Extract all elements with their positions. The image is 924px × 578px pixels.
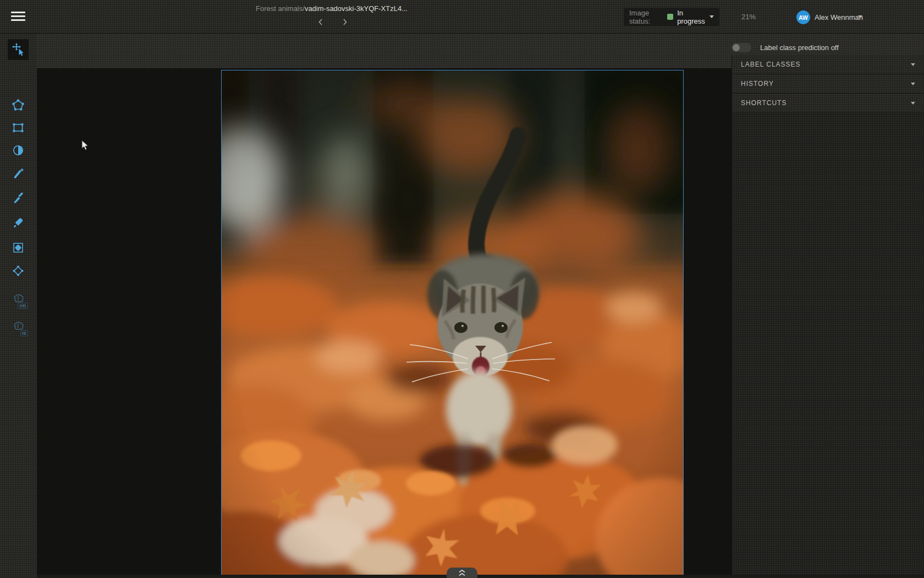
chevron-down-icon (911, 63, 915, 66)
bottom-drawer-expand-button[interactable] (447, 568, 477, 578)
image-status-dropdown[interactable]: Image status: In progress (624, 8, 719, 26)
avatar[interactable]: AW (796, 10, 810, 24)
next-image-button[interactable] (341, 18, 349, 26)
cat-photo-rendering (222, 70, 683, 575)
menu-button[interactable] (11, 12, 25, 21)
bottom-strip (37, 575, 924, 578)
knife-tool[interactable] (8, 188, 29, 209)
tool-badge: OD (18, 303, 28, 309)
pen-sparkle-icon (12, 167, 25, 180)
rectangle-icon (12, 121, 25, 134)
photo-autumn-cat[interactable] (221, 70, 684, 575)
eraser-tool[interactable] (8, 211, 29, 232)
hamburger-icon (11, 12, 25, 13)
label-class-prediction-row: Label class prediction off (732, 42, 839, 53)
tool-badge: IS (20, 330, 28, 336)
status-color-icon (667, 14, 673, 20)
breadcrumb: Forest animals/vadim-sadovski-3kYQF-XTzL… (256, 4, 408, 13)
prev-image-button[interactable] (317, 18, 324, 26)
chevron-right-icon (341, 18, 349, 26)
mouse-cursor-icon (81, 140, 89, 153)
chevron-down-icon[interactable] (858, 15, 862, 18)
breadcrumb-project: Forest animals (256, 4, 302, 13)
brush-tool[interactable] (8, 163, 29, 184)
polygon-icon (12, 99, 25, 112)
contour-tool[interactable] (8, 260, 29, 281)
chevron-down-icon (710, 15, 714, 18)
label-class-prediction-toggle[interactable] (732, 43, 751, 52)
labeling-app: Forest animals/vadim-sadovski-3kYQF-XTzL… (0, 0, 924, 578)
image-status-value: In progress (677, 9, 706, 25)
box-blob-icon (12, 241, 25, 254)
object-detection-model-tool[interactable]: OD (8, 289, 29, 310)
image-canvas[interactable] (37, 68, 732, 575)
chevron-up-icon (459, 570, 465, 572)
polygon-tool[interactable] (8, 95, 29, 116)
right-panel: LABEL CLASSES HISTORY SHORTCUTS (732, 55, 924, 575)
contrast-circle-icon (12, 144, 25, 157)
chevron-left-icon (317, 18, 324, 26)
section-label-classes[interactable]: LABEL CLASSES (732, 55, 924, 74)
move-cursor-icon (12, 43, 25, 56)
tool-rail: OD IS (0, 33, 37, 578)
auto-segment-tool[interactable] (8, 237, 29, 258)
chevron-down-icon (911, 83, 915, 85)
diamond-points-icon (12, 264, 25, 277)
instance-segmentation-model-tool[interactable]: IS (8, 317, 29, 337)
breadcrumb-image-name: vadim-sadovski-3kYQF-XTzL4... (305, 4, 408, 13)
section-history[interactable]: HISTORY (732, 74, 924, 94)
bounding-box-tool[interactable] (8, 117, 29, 138)
contrast-tool[interactable] (8, 140, 29, 161)
section-shortcuts[interactable]: SHORTCUTS (732, 94, 924, 113)
chevron-up-icon (459, 573, 465, 576)
toggle-knob (733, 44, 740, 51)
image-status-label: Image status: (629, 9, 663, 25)
user-name: Alex Wennman (815, 13, 863, 21)
chevron-down-icon (911, 102, 915, 105)
knife-icon (12, 192, 25, 205)
zoom-level: 21% (737, 13, 760, 21)
top-bar: Forest animals/vadim-sadovski-3kYQF-XTzL… (0, 0, 924, 34)
label-class-prediction-label: Label class prediction off (760, 43, 839, 52)
eraser-icon (12, 215, 25, 228)
move-tool[interactable] (8, 39, 29, 60)
